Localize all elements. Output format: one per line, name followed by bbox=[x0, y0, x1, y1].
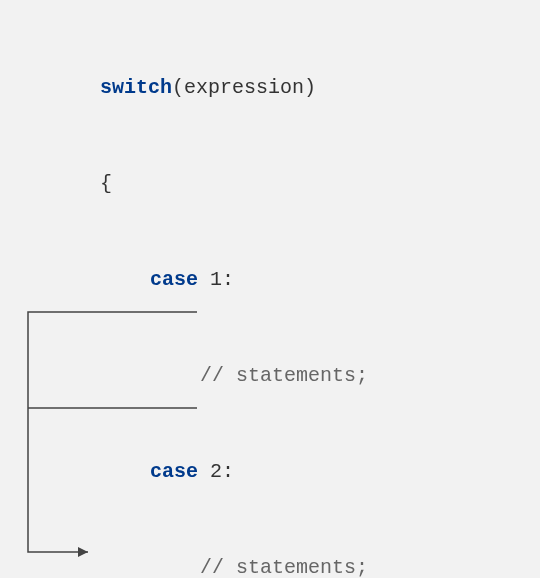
case-value: 2: bbox=[198, 460, 234, 483]
switch-diagram: switch(expression) { case 1: // statemen… bbox=[0, 0, 540, 578]
line-stmt-1: // statements; bbox=[0, 360, 412, 392]
case-value: 1: bbox=[198, 268, 234, 291]
line-case-2: case 2: bbox=[0, 456, 412, 488]
case-keyword: case bbox=[150, 268, 198, 291]
paren-close: ) bbox=[304, 76, 316, 99]
code-block: switch(expression) { case 1: // statemen… bbox=[0, 8, 412, 578]
expression-text: expression bbox=[184, 76, 304, 99]
line-case-1: case 1: bbox=[0, 264, 412, 296]
paren-open: ( bbox=[172, 76, 184, 99]
brace-open: { bbox=[0, 168, 412, 200]
line-switch: switch(expression) bbox=[0, 72, 412, 104]
case-keyword: case bbox=[150, 460, 198, 483]
line-stmt-2: // statements; bbox=[0, 552, 412, 578]
switch-keyword: switch bbox=[100, 76, 172, 99]
